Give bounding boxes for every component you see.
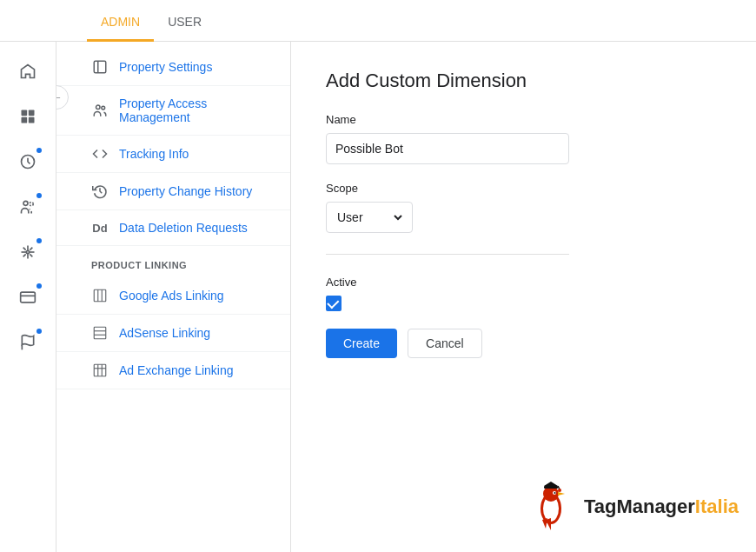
active-group: Active [326,276,721,311]
people-icon [91,103,109,118]
dd-icon: Dd [91,222,109,235]
sidebar-item-google-ads[interactable]: Google Ads Linking [56,277,290,315]
svg-point-7 [26,250,29,253]
svg-rect-3 [29,117,35,123]
svg-point-42 [558,489,561,492]
sidebar-item-property-settings[interactable]: Property Settings [56,49,290,86]
watermark-text: TagManagerItalia [584,495,739,518]
scope-select[interactable]: Hit Session User Product [334,209,405,225]
svg-rect-2 [22,117,28,123]
svg-rect-23 [94,289,106,302]
sidebar-item-adsense[interactable]: AdSense Linking [56,315,290,352]
nav-dashboard[interactable] [7,96,49,137]
svg-marker-44 [546,518,551,530]
svg-line-13 [30,254,32,256]
main-content: Add Custom Dimension Name Scope Hit Sess… [291,42,756,552]
svg-point-6 [30,203,33,206]
name-input[interactable] [326,133,569,164]
svg-marker-36 [558,492,565,495]
history-icon [91,183,109,199]
watermark: TagManagerItalia [525,478,739,535]
top-tabs: ADMIN USER [0,0,756,42]
svg-point-5 [23,201,28,205]
nav-clock[interactable] [7,141,49,183]
svg-line-15 [23,254,26,256]
svg-rect-1 [29,110,35,116]
form-divider [326,254,569,255]
main-layout: ← Property Settings Property Ac [0,42,756,552]
svg-rect-39 [544,486,558,489]
adsense-icon [91,325,109,341]
svg-rect-29 [94,364,106,376]
cancel-button[interactable]: Cancel [408,329,482,358]
google-ads-icon [91,288,109,303]
sidebar-item-data-deletion-requests[interactable]: Dd Data Deletion Requests [56,210,290,246]
scope-group: Scope Hit Session User Product [326,182,721,233]
svg-line-14 [30,248,32,250]
nav-card[interactable] [7,276,49,318]
svg-point-22 [102,106,105,110]
icon-nav [0,42,56,552]
nav-people[interactable] [7,186,49,228]
code-icon [91,146,109,162]
tab-user[interactable]: USER [154,4,216,42]
scope-select-wrapper[interactable]: Hit Session User Product [326,202,413,233]
nav-home[interactable] [7,50,49,92]
sidebar-item-ad-exchange[interactable]: Ad Exchange Linking [56,352,290,389]
watermark-logo-icon [525,478,577,535]
name-group: Name [326,113,721,164]
form-title: Add Custom Dimension [326,70,721,92]
svg-point-38 [554,492,555,494]
sidebar-item-property-access[interactable]: Property Access Management [56,86,290,136]
nav-asterisk[interactable] [7,231,49,273]
button-row: Create Cancel [326,329,721,358]
tab-admin[interactable]: ADMIN [87,4,154,42]
ad-exchange-icon [91,362,109,378]
active-checkbox-wrapper [326,296,721,311]
create-button[interactable]: Create [326,329,397,358]
settings-icon [91,59,109,75]
nav-flag[interactable] [7,322,49,363]
scope-label: Scope [326,182,721,195]
svg-rect-26 [94,327,106,339]
svg-rect-19 [94,61,106,73]
sidebar: ← Property Settings Property Ac [56,42,291,552]
product-linking-label: PRODUCT LINKING [56,246,290,277]
sidebar-item-tracking-info[interactable]: Tracking Info [56,136,290,173]
sidebar-item-property-change-history[interactable]: Property Change History [56,173,290,210]
svg-rect-0 [22,110,28,116]
svg-point-21 [96,105,101,110]
svg-rect-16 [21,292,36,303]
name-label: Name [326,113,721,126]
svg-line-12 [23,248,26,250]
active-label: Active [326,276,721,289]
svg-marker-40 [544,482,558,486]
active-checkbox[interactable] [326,296,342,311]
